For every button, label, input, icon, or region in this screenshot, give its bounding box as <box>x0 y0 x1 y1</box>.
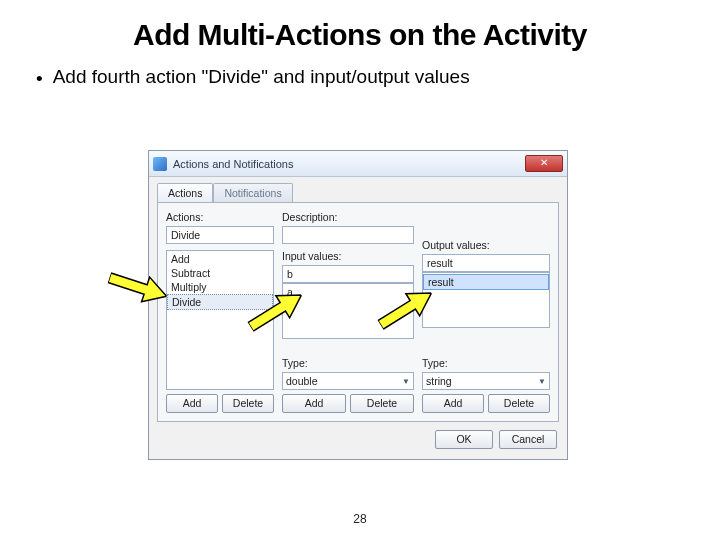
page-number: 28 <box>0 512 720 526</box>
list-item[interactable]: a <box>283 285 413 299</box>
bullet-text: Add fourth action "Divide" and input/out… <box>53 66 470 88</box>
output-type-value: string <box>426 375 452 387</box>
actions-label: Actions: <box>166 211 274 223</box>
chevron-down-icon: ▼ <box>538 377 546 386</box>
add-action-button[interactable]: Add <box>166 394 218 413</box>
list-item[interactable]: Subtract <box>167 266 273 280</box>
input-values-label: Input values: <box>282 250 414 262</box>
list-item[interactable]: Multiply <box>167 280 273 294</box>
add-output-button[interactable]: Add <box>422 394 484 413</box>
output-type-select[interactable]: string ▼ <box>422 372 550 390</box>
list-item[interactable]: b <box>283 299 413 313</box>
description-label: Description: <box>282 211 414 223</box>
output-value-field[interactable]: result <box>422 254 550 272</box>
actions-column: Actions: Divide Add Subtract Multiply Di… <box>166 211 274 413</box>
tab-panel: Actions: Divide Add Subtract Multiply Di… <box>157 202 559 422</box>
tab-actions[interactable]: Actions <box>157 183 213 202</box>
slide-bullet: • Add fourth action "Divide" and input/o… <box>36 66 720 90</box>
cancel-button[interactable]: Cancel <box>499 430 557 449</box>
input-type-value: double <box>286 375 318 387</box>
add-input-button[interactable]: Add <box>282 394 346 413</box>
action-name-input[interactable]: Divide <box>166 226 274 244</box>
ok-button[interactable]: OK <box>435 430 493 449</box>
tab-strip: Actions Notifications <box>149 177 567 202</box>
list-item-selected[interactable]: Divide <box>167 294 273 310</box>
description-input[interactable] <box>282 226 414 244</box>
close-button[interactable]: ✕ <box>525 155 563 172</box>
list-item[interactable]: Add <box>167 252 273 266</box>
dialog-window: Actions and Notifications ✕ Actions Noti… <box>148 150 568 460</box>
app-icon <box>153 157 167 171</box>
actions-list[interactable]: Add Subtract Multiply Divide <box>166 250 274 390</box>
type-label-input: Type: <box>282 357 414 369</box>
input-type-select[interactable]: double ▼ <box>282 372 414 390</box>
input-value-field[interactable]: b <box>282 265 414 283</box>
delete-output-button[interactable]: Delete <box>488 394 550 413</box>
slide-title: Add Multi-Actions on the Activity <box>0 18 720 52</box>
output-column: Output values: result result Type: strin… <box>422 211 550 413</box>
delete-action-button[interactable]: Delete <box>222 394 274 413</box>
chevron-down-icon: ▼ <box>402 377 410 386</box>
window-title: Actions and Notifications <box>173 158 519 170</box>
output-values-list[interactable]: result <box>422 272 550 328</box>
tab-notifications[interactable]: Notifications <box>213 183 292 202</box>
dialog-screenshot: Actions and Notifications ✕ Actions Noti… <box>148 150 568 460</box>
output-values-label: Output values: <box>422 239 550 251</box>
list-item-highlight[interactable]: result <box>423 274 549 290</box>
dialog-buttons: OK Cancel <box>149 422 567 449</box>
input-values-list[interactable]: a b <box>282 283 414 339</box>
delete-input-button[interactable]: Delete <box>350 394 414 413</box>
type-label-output: Type: <box>422 357 550 369</box>
titlebar: Actions and Notifications ✕ <box>149 151 567 177</box>
bullet-dot: • <box>36 68 43 90</box>
input-column: Description: Input values: b a b Type: d… <box>282 211 414 413</box>
